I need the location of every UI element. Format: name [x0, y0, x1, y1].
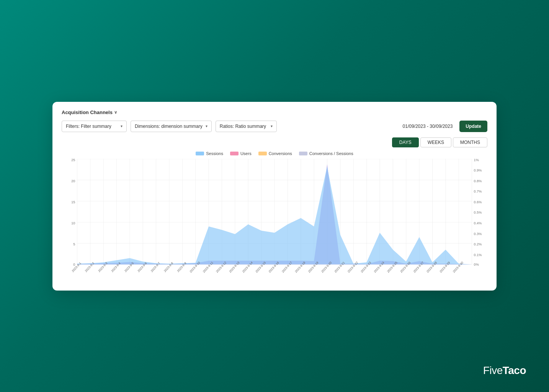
- card-header: Acquisition Channels: [62, 109, 487, 115]
- filters-select[interactable]: Filters: Filter summary ▾: [62, 121, 127, 132]
- svg-text:0.3%: 0.3%: [474, 231, 482, 235]
- ratios-select[interactable]: Ratios: Ratio summary ▾: [216, 121, 277, 132]
- conv-sessions-swatch: [299, 152, 307, 155]
- legend-sessions: Sessions: [196, 151, 223, 156]
- svg-text:0.4%: 0.4%: [474, 220, 482, 225]
- weeks-button[interactable]: WEEKS: [420, 137, 451, 147]
- months-button[interactable]: MONTHS: [453, 137, 487, 147]
- svg-text:2023-9-2: 2023-9-2: [84, 261, 95, 273]
- date-range-display: 01/09/2023 - 30/09/2023: [403, 124, 453, 129]
- svg-text:0.2%: 0.2%: [474, 242, 482, 246]
- svg-text:15: 15: [71, 199, 75, 204]
- brand-logo: FiveTaco: [483, 364, 526, 377]
- controls-row: Filters: Filter summary ▾ Dimensions: di…: [62, 121, 487, 132]
- filters-chevron: ▾: [121, 124, 123, 128]
- dimensions-select[interactable]: Dimensions: dimension summary ▾: [131, 121, 212, 132]
- svg-text:25: 25: [71, 159, 75, 162]
- sessions-swatch: [196, 152, 204, 155]
- filters-label: Filters: Filter summary: [66, 124, 111, 129]
- svg-text:0%: 0%: [474, 262, 479, 266]
- chart-svg: 25 20 15 10 5 0 1% 0.9% 0.8% 0.7% 0.6% 0…: [62, 159, 487, 281]
- dimensions-label: Dimensions: dimension summary: [135, 124, 203, 129]
- svg-text:0.7%: 0.7%: [474, 189, 482, 193]
- sessions-label: Sessions: [206, 151, 223, 156]
- svg-text:10: 10: [71, 220, 75, 225]
- conv-sessions-label: Conversions / Sessions: [309, 151, 353, 156]
- legend-conversions: Conversions: [258, 151, 292, 156]
- svg-text:0.9%: 0.9%: [474, 168, 482, 172]
- svg-text:2023-9-10: 2023-9-10: [189, 260, 201, 273]
- brand-part1: Five: [483, 364, 503, 376]
- ratios-label: Ratios: Ratio summary: [220, 124, 266, 129]
- svg-text:20: 20: [71, 178, 75, 183]
- legend-users: Users: [230, 151, 252, 156]
- svg-text:0.6%: 0.6%: [474, 199, 482, 204]
- period-buttons-row: DAYS WEEKS MONTHS: [62, 137, 487, 147]
- svg-text:0.5%: 0.5%: [474, 210, 482, 214]
- svg-text:2023-9-8: 2023-9-8: [163, 261, 174, 273]
- update-button[interactable]: Update: [459, 121, 487, 132]
- svg-text:1%: 1%: [474, 159, 479, 162]
- days-button[interactable]: DAYS: [392, 137, 419, 147]
- conversions-swatch: [258, 152, 267, 155]
- svg-text:2023-9-9: 2023-9-9: [176, 261, 187, 273]
- main-card: Acquisition Channels Filters: Filter sum…: [52, 102, 497, 291]
- conversions-label: Conversions: [269, 151, 292, 156]
- users-swatch: [230, 152, 239, 155]
- chart-legend: Sessions Users Conversions Conversions /…: [62, 151, 487, 156]
- dimensions-chevron: ▾: [206, 124, 208, 128]
- svg-text:0.1%: 0.1%: [474, 252, 482, 256]
- users-label: Users: [240, 151, 252, 156]
- svg-text:0.8%: 0.8%: [474, 178, 482, 183]
- svg-text:2023-9-1: 2023-9-1: [71, 261, 82, 273]
- legend-conv-sessions: Conversions / Sessions: [299, 151, 353, 156]
- ratios-chevron: ▾: [271, 124, 273, 128]
- chart-area: 25 20 15 10 5 0 1% 0.9% 0.8% 0.7% 0.6% 0…: [62, 159, 487, 281]
- svg-text:5: 5: [73, 242, 75, 246]
- acquisition-channels-title[interactable]: Acquisition Channels: [62, 109, 117, 115]
- brand-part2: Taco: [503, 364, 526, 376]
